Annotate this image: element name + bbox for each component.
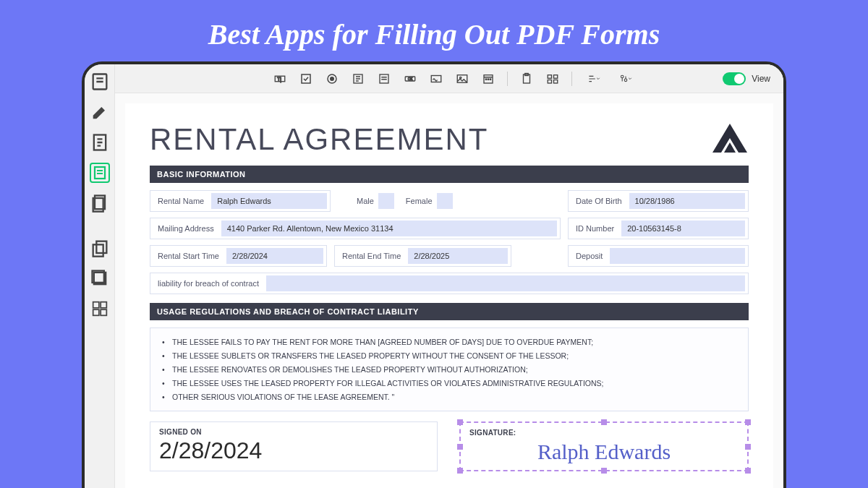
usage-item: THE LESSEE USES THE LEASED PROPERTY FOR … xyxy=(162,377,736,390)
checkbox-icon[interactable] xyxy=(299,72,313,86)
dob-field[interactable]: Date Of Birth 10/28/1986 xyxy=(568,190,749,212)
male-label: Male xyxy=(357,197,374,205)
field-value[interactable]: 20-10563145-8 xyxy=(621,221,745,236)
svg-rect-40 xyxy=(548,80,551,83)
field-value[interactable]: 2/28/2024 xyxy=(226,248,323,264)
tool-reader-icon[interactable] xyxy=(90,72,110,92)
view-label: View xyxy=(752,74,770,84)
svg-point-35 xyxy=(490,79,491,80)
svg-rect-10 xyxy=(93,244,103,256)
tool-grid-icon[interactable] xyxy=(90,299,110,319)
rental-end-field[interactable]: Rental End Time 2/28/2025 xyxy=(334,245,511,267)
resize-handle[interactable] xyxy=(457,419,463,425)
tool-pages-icon[interactable] xyxy=(90,193,110,213)
id-number-field[interactable]: ID Number 20-10563145-8 xyxy=(568,218,749,239)
grid-tool-icon[interactable] xyxy=(545,72,560,86)
svg-rect-39 xyxy=(554,74,558,78)
paste-icon[interactable] xyxy=(519,72,534,86)
field-value[interactable]: 4140 Parker Rd. Allentown, New Mexico 31… xyxy=(221,221,557,236)
date-icon[interactable] xyxy=(481,72,495,86)
rental-start-field[interactable]: Rental Start Time 2/28/2024 xyxy=(150,245,327,267)
align-icon[interactable] xyxy=(584,72,604,86)
svg-point-34 xyxy=(488,79,489,80)
document-canvas: RENTAL AGREEMENT BASIC INFORMATION Renta… xyxy=(125,103,773,488)
svg-rect-41 xyxy=(554,80,558,83)
toolbar-divider xyxy=(507,72,508,86)
signature-icon[interactable] xyxy=(429,72,443,86)
field-value[interactable] xyxy=(266,275,745,291)
svg-rect-13 xyxy=(93,302,98,308)
svg-rect-9 xyxy=(96,241,106,253)
liability-field[interactable]: liability for breach of contract xyxy=(150,273,749,294)
resize-handle[interactable] xyxy=(745,419,751,425)
female-checkbox[interactable] xyxy=(437,193,453,209)
usage-item: THE LESSEE FAILS TO PAY THE RENT FOR MOR… xyxy=(162,335,736,349)
tool-stack-icon[interactable] xyxy=(90,268,110,288)
resize-handle[interactable] xyxy=(745,444,751,450)
deposit-field[interactable]: Deposit xyxy=(568,245,749,267)
usage-item: OTHER SERIOUS VIOLATIONS OF THE LEASE AG… xyxy=(162,390,736,404)
usage-item: THE LESSEE RENOVATES OR DEMOLISHES THE L… xyxy=(162,363,736,377)
resize-handle[interactable] xyxy=(745,468,751,474)
resize-handle[interactable] xyxy=(601,468,607,474)
svg-rect-19 xyxy=(302,74,310,83)
tool-form-icon[interactable] xyxy=(90,163,110,183)
dropdown-icon[interactable] xyxy=(351,72,365,86)
field-value[interactable]: 2/28/2025 xyxy=(408,248,508,264)
svg-rect-16 xyxy=(101,309,106,315)
button-icon[interactable]: OK xyxy=(403,72,417,86)
field-value[interactable]: Ralph Edwards xyxy=(211,193,327,209)
field-label: Rental Name xyxy=(150,197,211,205)
svg-point-46 xyxy=(624,79,627,82)
svg-point-45 xyxy=(621,75,624,78)
field-label: liability for breach of contract xyxy=(150,279,266,288)
resize-handle[interactable] xyxy=(601,419,607,425)
image-icon[interactable] xyxy=(455,72,469,86)
tools-icon[interactable] xyxy=(616,72,636,86)
svg-rect-23 xyxy=(380,74,388,83)
signature-label: SIGNATURE: xyxy=(469,429,739,437)
hero-title: Best Apps for Filling Out PDF Forms xyxy=(0,0,868,61)
view-toggle[interactable] xyxy=(723,72,746,85)
listbox-icon[interactable] xyxy=(377,72,391,86)
rental-name-field[interactable]: Rental Name Ralph Edwards xyxy=(150,190,331,212)
resize-handle[interactable] xyxy=(457,444,463,450)
svg-rect-38 xyxy=(548,74,551,78)
field-label: Rental Start Time xyxy=(150,252,226,260)
field-label: Date Of Birth xyxy=(569,197,629,205)
signed-date-value[interactable]: 2/28/2024 xyxy=(159,437,428,464)
svg-point-33 xyxy=(485,79,487,80)
usage-item: THE LESSEE SUBLETS OR TRANSFERS THE LEAS… xyxy=(162,349,736,363)
svg-rect-15 xyxy=(93,309,98,315)
svg-text:T|: T| xyxy=(277,77,281,82)
tool-highlighter-icon[interactable] xyxy=(90,102,110,122)
mailing-address-field[interactable]: Mailing Address 4140 Parker Rd. Allentow… xyxy=(150,218,561,239)
section-basic-info: BASIC INFORMATION xyxy=(150,166,749,183)
signed-on-box: SIGNED ON 2/28/2024 xyxy=(150,421,438,471)
gender-field: Male Female xyxy=(352,190,457,212)
field-value[interactable]: 10/28/1986 xyxy=(629,193,745,209)
left-toolbar xyxy=(85,64,115,488)
svg-point-21 xyxy=(331,77,334,80)
tool-copy-icon[interactable] xyxy=(90,238,110,258)
resize-handle[interactable] xyxy=(457,468,463,474)
radio-icon[interactable] xyxy=(325,72,339,86)
male-checkbox[interactable] xyxy=(378,193,394,209)
usage-regulations-list: THE LESSEE FAILS TO PAY THE RENT FOR MOR… xyxy=(150,328,749,411)
signature-box[interactable]: SIGNATURE: Ralph Edwards xyxy=(459,421,749,471)
top-toolbar: T| OK Vi xyxy=(115,64,783,93)
field-label: Rental End Time xyxy=(335,252,408,260)
field-value[interactable] xyxy=(610,248,745,264)
field-label: Mailing Address xyxy=(150,224,221,233)
section-usage: USAGE REGULATIONS AND BREACH OF CONTRACT… xyxy=(150,303,749,320)
female-label: Female xyxy=(406,197,433,205)
tablet-frame: T| OK Vi xyxy=(82,61,786,488)
field-label: Deposit xyxy=(569,252,610,260)
tool-edit-icon[interactable] xyxy=(90,132,110,153)
toolbar-divider xyxy=(571,72,572,86)
svg-rect-14 xyxy=(101,302,106,308)
signature-value[interactable]: Ralph Edwards xyxy=(469,440,739,464)
signed-label: SIGNED ON xyxy=(159,428,428,436)
field-label: ID Number xyxy=(569,224,621,233)
text-field-icon[interactable]: T| xyxy=(273,72,287,86)
